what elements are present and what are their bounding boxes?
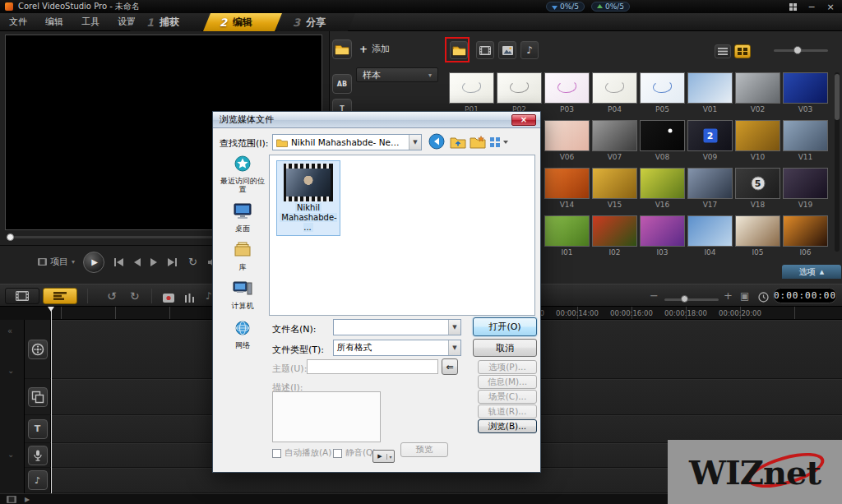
library-thumb-V01[interactable]: V01 [687,72,733,113]
dialog-title-bar[interactable]: 浏览媒体文件 [213,112,540,128]
library-thumb-V17[interactable]: V17 [687,168,733,209]
place-libraries[interactable]: 库 [218,241,267,271]
place-recent[interactable]: 最近访问的位置 [218,155,267,194]
go-start-button[interactable] [114,258,123,266]
place-network[interactable]: 网络 [218,319,267,349]
dialog-side-button-2[interactable]: 场景(C)... [478,390,537,404]
media-library-icon[interactable] [332,39,352,59]
play-button[interactable]: ▶ [83,252,104,273]
filetype-combobox[interactable]: 所有格式 ▼ [333,340,461,356]
autoplay-checkbox[interactable]: 自动播放(A) [272,447,331,459]
library-thumb-V09[interactable]: 2V09 [687,120,733,161]
filter-photo-button[interactable] [498,41,516,59]
timeline-zoom-slider[interactable] [664,298,719,301]
filter-video-button[interactable] [476,41,494,59]
zoom-out-icon[interactable]: − [650,289,659,303]
workspace-icon[interactable] [784,2,801,12]
add-button[interactable]: + 添加 [359,43,390,55]
sound-mixer-icon[interactable] [184,290,195,306]
menu-item-0[interactable]: 文件 [0,13,36,31]
library-thumb-V03[interactable]: V03 [783,72,828,113]
library-thumb-I02[interactable]: I02 [592,215,637,257]
chevron-down-icon[interactable]: ⌄ [7,366,14,375]
zoom-slider-handle[interactable] [681,295,688,303]
auto-music-icon[interactable]: ♪ [206,289,212,303]
dropdown-arrow-icon[interactable]: ▼ [448,320,460,335]
library-thumb-I05[interactable]: I05 [735,215,780,257]
scrollbar-thumb[interactable] [835,74,840,120]
library-thumb-I03[interactable]: I03 [640,215,685,257]
dialog-side-button-0[interactable]: 选项(P)... [478,360,537,374]
library-thumb-P01[interactable]: P01 [449,72,494,113]
redo-icon[interactable]: ↻ [130,289,140,303]
close-icon[interactable]: × [822,2,839,12]
title-track-icon[interactable]: T [28,419,48,439]
minimize-icon[interactable]: ─ [803,2,820,12]
library-thumb-V02[interactable]: V02 [735,72,780,113]
play-preview-button[interactable]: ▶ ▾ [372,450,395,463]
collapse-icon[interactable]: « [7,326,12,335]
mute-checkbox[interactable]: 静音(Q) [333,447,376,459]
look-in-combobox[interactable]: Nikhil Mahashabde- New brightsparks ▼ [272,134,422,150]
cancel-button[interactable]: 取消 [473,339,537,357]
step-tab-1[interactable]: 1捕获 [130,13,209,31]
back-icon[interactable] [428,133,445,150]
timeline-view-button[interactable] [43,288,77,304]
chevron-down-icon[interactable]: ⌄ [7,450,14,459]
thumbnail-view-button[interactable] [734,44,751,58]
library-thumb-P02[interactable]: P02 [497,72,542,113]
library-thumb-P04[interactable]: P04 [592,72,637,113]
place-computer[interactable]: 计算机 [218,280,267,310]
step-back-button[interactable] [133,258,141,266]
file-list[interactable]: Nikhil Mahashabde- ... [269,155,535,316]
project-mode-dropdown[interactable]: 项目 ▾ [38,256,75,268]
dialog-side-button-3[interactable]: 轨道(R)... [478,405,537,418]
library-thumb-V18[interactable]: 5V18 [735,168,780,209]
description-field[interactable] [272,391,381,442]
library-thumb-I06[interactable]: I06 [783,215,828,257]
insert-arrow-icon[interactable]: ⇐ [442,358,458,375]
repeat-icon[interactable]: ↻ [188,256,197,268]
playhead[interactable] [51,307,52,493]
library-thumb-V16[interactable]: V16 [640,168,685,209]
filename-input[interactable]: ▼ [333,319,461,335]
step-tab-3[interactable]: 3分享 [276,13,355,31]
file-item[interactable]: Nikhil Mahashabde- ... [276,160,340,236]
dialog-side-button-4[interactable]: 浏览(B)... [478,419,537,433]
library-thumb-V14[interactable]: V14 [544,168,590,209]
undo-icon[interactable]: ↺ [107,289,117,303]
library-scrollbar[interactable] [835,72,840,252]
preview-button[interactable]: 预览 [400,442,448,457]
library-thumb-I01[interactable]: I01 [544,215,590,257]
open-button[interactable]: 打开(O) [473,317,537,336]
library-thumb-V19[interactable]: V19 [783,168,828,209]
library-thumb-V10[interactable]: V10 [735,120,780,161]
library-thumb-P03[interactable]: P03 [544,72,590,113]
step-tab-2[interactable]: 2编辑 [203,13,282,31]
menu-item-1[interactable]: 编辑 [36,13,72,31]
gallery-dropdown[interactable]: 样本 ▾ [356,67,438,82]
new-folder-icon[interactable] [470,135,486,149]
subject-field[interactable] [307,359,438,374]
thumbnail-size-slider[interactable] [774,49,828,52]
voice-track-icon[interactable] [28,446,48,465]
list-view-button[interactable] [715,44,731,58]
dropdown-arrow-icon[interactable]: ▼ [409,135,421,150]
library-thumb-I04[interactable]: I04 [687,215,733,257]
library-thumb-P05[interactable]: P05 [640,72,685,113]
library-thumb-V07[interactable]: V07 [592,120,637,161]
menu-item-2[interactable]: 工具 [72,13,109,31]
slider-handle[interactable] [793,46,802,54]
music-track-icon[interactable]: ♪ [28,470,48,490]
library-thumb-V15[interactable]: V15 [592,168,637,209]
record-icon[interactable] [163,290,174,306]
zoom-in-icon[interactable]: + [724,289,733,303]
go-end-button[interactable] [168,258,177,266]
library-thumb-V08[interactable]: V08 [640,120,685,161]
library-thumb-V11[interactable]: V11 [783,120,828,161]
transition-library-icon[interactable]: AB [332,74,352,94]
views-icon[interactable] [489,136,511,149]
filter-audio-button[interactable]: ♪ [520,41,539,59]
overlay-track-icon[interactable] [28,387,48,407]
options-panel-toggle[interactable]: 选项 ▲ [782,265,841,279]
